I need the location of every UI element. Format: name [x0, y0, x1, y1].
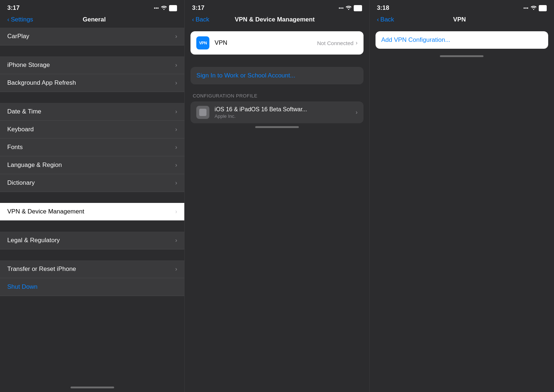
legal-label: Legal & Regulatory — [7, 237, 60, 244]
fonts-right: › — [175, 144, 177, 151]
back-chevron-2: ‹ — [192, 16, 194, 23]
carplay-right: › — [175, 33, 177, 40]
back-button-2[interactable]: ‹ Back — [192, 16, 209, 23]
status-icons-1: ••• 97 — [154, 5, 177, 11]
sign-in-item[interactable]: Sign In to Work or School Account... — [190, 67, 363, 84]
keyboard-label: Keyboard — [7, 126, 34, 133]
dictionary-right: › — [175, 180, 177, 186]
dictionary-chevron: › — [175, 180, 177, 186]
signal-icon-1: ••• — [154, 5, 159, 11]
add-vpn-section: Add VPN Configuration... — [376, 31, 548, 49]
panel-vpn-device: 3:17 ••• 97 ‹ Back VPN & Device Manageme… — [185, 0, 369, 392]
wifi-icon-2 — [346, 5, 352, 11]
vpn-label: VPN — [214, 39, 317, 47]
date-time-chevron: › — [175, 108, 177, 115]
list-item-fonts[interactable]: Fonts › — [0, 139, 184, 156]
fonts-chevron: › — [175, 144, 177, 151]
page-title-3: VPN — [453, 16, 466, 23]
list-item-keyboard[interactable]: Keyboard › — [0, 121, 184, 139]
page-title-2: VPN & Device Management — [235, 16, 315, 23]
date-time-right: › — [175, 108, 177, 115]
legal-right: › — [175, 237, 177, 244]
list-item-date-time[interactable]: Date & Time › — [0, 103, 184, 121]
config-icon-inner — [199, 109, 206, 116]
vpn-device-label: VPN & Device Management — [7, 208, 84, 215]
list-item-vpn-device[interactable]: VPN & Device Management › — [0, 203, 184, 221]
vpn-chevron: › — [356, 40, 357, 46]
back-button-3[interactable]: ‹ Back — [377, 16, 394, 23]
gap-2 — [0, 92, 184, 103]
status-icons-3: ••• 97 — [523, 5, 547, 11]
dictionary-label: Dictionary — [7, 179, 35, 187]
config-header: CONFIGURATION PROFILE — [190, 93, 363, 101]
language-right: › — [175, 162, 177, 168]
list-item-legal[interactable]: Legal & Regulatory › — [0, 232, 184, 249]
keyboard-chevron: › — [175, 126, 177, 133]
back-chevron-1: ‹ — [7, 16, 9, 23]
vpn-icon-text: VPN — [199, 41, 207, 45]
nav-bar-1: ‹ Settings General — [0, 15, 184, 28]
config-item[interactable]: iOS 16 & iPadOS 16 Beta Softwar... Apple… — [190, 101, 363, 123]
config-chevron: › — [356, 109, 357, 116]
list-item-transfer[interactable]: Transfer or Reset iPhone › — [0, 260, 184, 278]
settings-list: CarPlay › iPhone Storage › Background Ap… — [0, 28, 184, 384]
carplay-chevron: › — [175, 33, 177, 40]
gap-vpn-1 — [185, 58, 369, 67]
vpn-row[interactable]: VPN VPN Not Connected › — [190, 31, 363, 55]
wifi-icon-1 — [161, 5, 167, 11]
transfer-chevron: › — [175, 266, 177, 272]
legal-chevron: › — [175, 237, 177, 244]
add-vpn-item[interactable]: Add VPN Configuration... — [376, 31, 548, 49]
list-item-shutdown[interactable]: Shut Down — [0, 278, 184, 296]
background-refresh-right: › — [175, 80, 177, 86]
home-indicator-3 — [440, 55, 483, 57]
vpn-device-right: › — [175, 208, 177, 215]
vpn-icon-box: VPN — [196, 36, 209, 49]
list-item-carplay[interactable]: CarPlay › — [0, 28, 184, 45]
vpn-status: Not Connected — [317, 40, 353, 46]
config-subtitle: Apple Inc. — [214, 113, 356, 119]
nav-bar-3: ‹ Back VPN — [370, 15, 554, 28]
vpn-row-container: VPN VPN Not Connected › — [190, 31, 363, 55]
back-button-1[interactable]: ‹ Settings — [7, 16, 33, 23]
battery-2: 97 — [354, 5, 362, 11]
config-section: CONFIGURATION PROFILE iOS 16 & iPadOS 16… — [190, 93, 363, 123]
home-indicator-1 — [71, 387, 114, 388]
time-2: 3:17 — [192, 4, 204, 12]
gap-1 — [0, 45, 184, 56]
battery-3: 97 — [539, 5, 547, 11]
nav-bar-2: ‹ Back VPN & Device Management — [185, 15, 369, 28]
config-title: iOS 16 & iPadOS 16 Beta Softwar... — [214, 106, 356, 113]
background-refresh-chevron: › — [175, 80, 177, 86]
signal-icon-2: ••• — [339, 5, 344, 11]
shutdown-label: Shut Down — [7, 283, 37, 291]
vpn-device-chevron: › — [175, 208, 177, 215]
fonts-label: Fonts — [7, 144, 23, 151]
wifi-icon-3 — [531, 5, 537, 11]
gap-4 — [0, 221, 184, 232]
language-label: Language & Region — [7, 161, 62, 169]
svg-point-2 — [533, 9, 534, 10]
list-item-dictionary[interactable]: Dictionary › — [0, 174, 184, 192]
back-label-2: Back — [196, 16, 209, 23]
iphone-storage-right: › — [175, 62, 177, 68]
back-label-1: Settings — [11, 16, 33, 23]
list-item-iphone-storage[interactable]: iPhone Storage › — [0, 56, 184, 74]
time-3: 3:18 — [377, 4, 389, 12]
keyboard-right: › — [175, 126, 177, 133]
home-indicator-2 — [255, 126, 299, 128]
status-icons-2: ••• 97 — [339, 5, 362, 11]
gap-5 — [0, 249, 184, 260]
gap-3 — [0, 192, 184, 203]
add-vpn-label: Add VPN Configuration... — [381, 36, 450, 43]
sign-in-section: Sign In to Work or School Account... — [190, 67, 363, 84]
list-item-background-refresh[interactable]: Background App Refresh › — [0, 74, 184, 92]
status-bar-1: 3:17 ••• 97 — [0, 0, 184, 15]
transfer-right: › — [175, 266, 177, 272]
list-item-language[interactable]: Language & Region › — [0, 156, 184, 174]
signal-icon-3: ••• — [523, 5, 529, 11]
page-title-1: General — [83, 16, 106, 23]
config-icon — [196, 106, 209, 119]
language-chevron: › — [175, 162, 177, 168]
config-text: iOS 16 & iPadOS 16 Beta Softwar... Apple… — [214, 106, 356, 119]
